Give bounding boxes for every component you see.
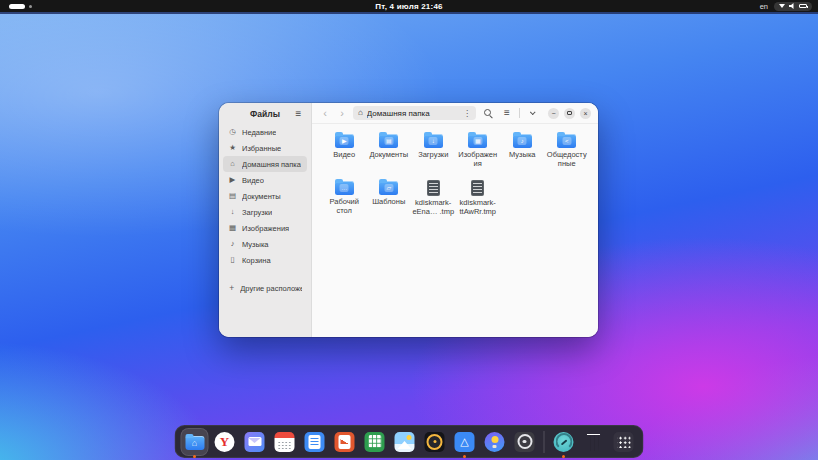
dock-item[interactable] [332, 429, 358, 455]
dock-item[interactable] [242, 429, 268, 455]
video-icon [340, 137, 349, 145]
sidebar-item-other-locations[interactable]: + Другие расположения [223, 280, 307, 296]
clock-icon [228, 128, 237, 136]
yandex-browser-icon [215, 432, 235, 452]
close-button[interactable]: × [580, 108, 591, 119]
text-editor-icon [305, 432, 325, 452]
search-icon [483, 108, 493, 118]
file-name-label: Шаблоны [367, 198, 410, 207]
download-icon [429, 137, 438, 145]
folder-icon [335, 134, 354, 148]
template-icon [384, 184, 393, 192]
sidebar-header: Файлы ≡ [219, 103, 311, 124]
sidebar-item[interactable]: Видео [223, 172, 307, 188]
dock-item[interactable] [512, 429, 538, 455]
file-item[interactable]: Общедоступные [545, 130, 590, 177]
dock-separator [544, 431, 545, 453]
dock-item[interactable] [392, 429, 418, 455]
file-item[interactable]: Загрузки [411, 130, 456, 177]
sidebar-item[interactable]: Корзина [223, 252, 307, 268]
sidebar-item-label: Другие расположения [240, 284, 302, 293]
presentation-editor-icon [335, 432, 355, 452]
sidebar-item-label: Загрузки [242, 208, 272, 217]
running-indicator-dot [562, 455, 565, 458]
sidebar-item[interactable]: Изображения [223, 220, 307, 236]
path-bar[interactable]: ⌂ Домашняя папка ⋮ [353, 106, 476, 120]
sidebar-item[interactable]: Документы [223, 188, 307, 204]
file-item[interactable]: Видео [322, 130, 367, 177]
file-item[interactable]: Рабочий стол [322, 177, 367, 224]
kebab-menu-icon[interactable]: ⋮ [463, 109, 471, 118]
star-icon [228, 144, 237, 152]
kdiskmark-icon [554, 432, 574, 452]
sidebar-item[interactable]: Недавние [223, 124, 307, 140]
dock-item[interactable] [302, 429, 328, 455]
sidebar: Файлы ≡ Недавние Избранные Домашняя папк… [219, 103, 312, 337]
maximize-button[interactable] [564, 108, 575, 119]
dock-item[interactable] [551, 429, 577, 455]
back-button[interactable]: ‹ [319, 108, 331, 119]
keyboard-layout-indicator[interactable]: en [760, 2, 768, 11]
window-controls: − × [548, 108, 591, 119]
dock-item[interactable] [272, 429, 298, 455]
dock [175, 425, 644, 458]
file-item[interactable]: kdiskmark-eEna… .tmp [411, 177, 456, 224]
system-tray[interactable]: en [760, 2, 812, 11]
chevron-down-icon [530, 109, 536, 115]
dock-item[interactable] [362, 429, 388, 455]
sidebar-item[interactable]: Домашняя папка [223, 156, 307, 172]
folder-icon [335, 181, 354, 195]
dock-item[interactable] [482, 429, 508, 455]
file-item[interactable]: kdiskmark-ttAwRr.tmp [456, 177, 501, 224]
folder-icon [379, 134, 398, 148]
running-indicator-dot [463, 455, 466, 458]
app-title: Файлы [250, 109, 280, 119]
dock-item[interactable] [182, 429, 208, 455]
dock-item[interactable] [422, 429, 448, 455]
image-viewer-icon [395, 432, 415, 452]
sidebar-item-label: Музыка [242, 240, 269, 249]
clock[interactable]: Пт, 4 июля 21:46 [0, 2, 818, 11]
search-button[interactable] [481, 106, 495, 120]
home-icon [228, 160, 237, 168]
file-item[interactable]: Документы [367, 130, 412, 177]
divider [519, 108, 520, 118]
sidebar-item-label: Изображения [242, 224, 289, 233]
current-path-label: Домашняя папка [367, 109, 459, 118]
music-icon [518, 137, 527, 145]
files-window: Файлы ≡ Недавние Избранные Домашняя папк… [219, 103, 598, 337]
folder-icon [468, 134, 487, 148]
sidebar-item[interactable]: Музыка [223, 236, 307, 252]
view-mode-button[interactable]: ≡ [500, 106, 514, 120]
app-grid-icon [614, 432, 634, 452]
sidebar-item[interactable]: Загрузки [223, 204, 307, 220]
file-view[interactable]: Видео Документы [312, 124, 598, 337]
dock-trash-icon [586, 434, 601, 451]
trash-icon [228, 256, 237, 264]
sidebar-item-label: Видео [242, 176, 264, 185]
quick-settings-pill[interactable] [774, 2, 812, 11]
dock-item[interactable] [212, 429, 238, 455]
folder-icon [557, 134, 576, 148]
file-name-label: kdiskmark-eEna… .tmp [412, 199, 455, 216]
folder-icon [424, 134, 443, 148]
home-icon: ⌂ [358, 109, 363, 117]
battery-icon [799, 4, 807, 9]
file-item[interactable]: Изображения [456, 130, 501, 177]
sidebar-item-label: Корзина [242, 256, 271, 265]
hamburger-menu-icon[interactable]: ≡ [292, 107, 305, 120]
view-options-dropdown[interactable] [525, 106, 539, 120]
dock-item[interactable] [452, 429, 478, 455]
video-icon [228, 176, 237, 184]
dock-item[interactable] [611, 429, 637, 455]
main-pane: ‹ › ⌂ Домашняя папка ⋮ ≡ − × [312, 103, 598, 337]
minimize-button[interactable]: − [548, 108, 559, 119]
file-item[interactable]: Музыка [500, 130, 545, 177]
file-name-label: Загрузки [412, 151, 455, 160]
forward-button[interactable]: › [336, 108, 348, 119]
app-center-icon [455, 432, 475, 452]
sidebar-item-label: Избранные [242, 144, 281, 153]
dock-item[interactable] [581, 429, 607, 455]
sidebar-item[interactable]: Избранные [223, 140, 307, 156]
file-item[interactable]: Шаблоны [367, 177, 412, 224]
